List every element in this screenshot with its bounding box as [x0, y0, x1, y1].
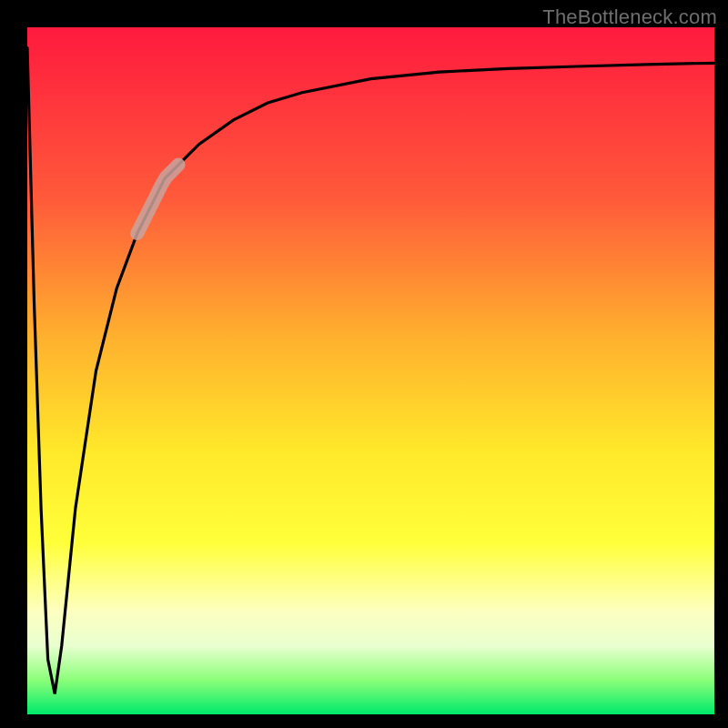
watermark-text: TheBottleneck.com: [542, 5, 717, 29]
highlight-segment: [137, 165, 178, 234]
plot-area: [27, 27, 714, 714]
chart-frame: TheBottleneck.com: [0, 0, 728, 728]
curve-group: [27, 48, 714, 694]
curve-svg: [27, 27, 714, 714]
bottleneck-curve: [27, 48, 714, 694]
